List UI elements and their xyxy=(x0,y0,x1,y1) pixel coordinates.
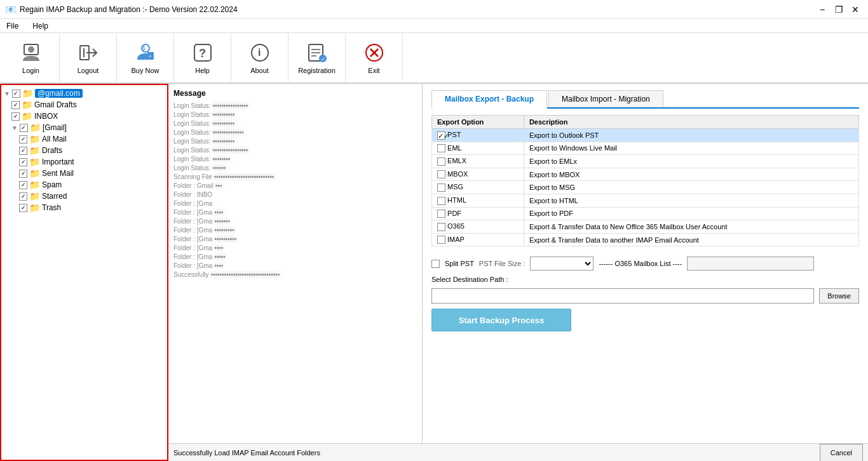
pst-file-size-dropdown[interactable]: 500 MB 1 GB 2 GB xyxy=(530,257,593,271)
eml-checkbox[interactable] xyxy=(437,144,445,152)
cancel-button[interactable]: Cancel xyxy=(820,444,863,462)
tree-drafts[interactable]: 📁 Drafts xyxy=(19,145,165,156)
start-backup-button[interactable]: Start Backup Process xyxy=(431,309,571,331)
minimize-button[interactable]: − xyxy=(815,3,830,16)
destination-path-row: Select Destination Path : xyxy=(431,276,859,283)
tree-sentmail[interactable]: 📁 Sent Mail xyxy=(19,168,165,179)
log-line: Folder : [Gma •••• xyxy=(173,262,417,269)
app-title: Regain IMAP Backup and Migration :- Demo… xyxy=(20,5,238,14)
spam-checkbox[interactable] xyxy=(19,181,27,189)
title-bar-right: − ❐ ✕ xyxy=(815,3,863,16)
tab-export[interactable]: Mailbox Export - Backup xyxy=(431,90,547,109)
tree-inbox[interactable]: 📁 INBOX xyxy=(11,110,165,122)
menu-help[interactable]: Help xyxy=(29,20,52,32)
log-line: Login Status: •••••••••• xyxy=(173,119,417,127)
table-row[interactable]: ✓ PST Export to Outlook PST xyxy=(432,129,859,142)
inbox-label: INBOX xyxy=(34,112,58,121)
log-line: Login Status: •••••••••• xyxy=(173,110,417,118)
table-row[interactable]: HTML Export to HTML xyxy=(432,194,859,207)
root-checkbox[interactable] xyxy=(12,90,20,98)
tree-gmail-drafts[interactable]: 📁 Gmail Drafts xyxy=(11,99,165,110)
html-checkbox[interactable] xyxy=(437,197,445,205)
gmail-checkbox[interactable] xyxy=(20,124,28,132)
imap-checkbox[interactable] xyxy=(437,236,445,244)
table-row[interactable]: PDF Export to PDF xyxy=(432,207,859,220)
trash-checkbox[interactable] xyxy=(19,204,27,212)
log-line: Login Status: •••••••••••••••• xyxy=(173,102,417,109)
tree-starred[interactable]: 📁 Starred xyxy=(19,190,165,202)
o365-mailbox-label: ------ O365 Mailbox List ---- xyxy=(599,260,682,267)
drafts-checkbox[interactable] xyxy=(19,147,27,155)
starred-checkbox[interactable] xyxy=(19,192,27,201)
log-line: Folder : [Gma ••••••••• xyxy=(173,226,417,234)
about-button[interactable]: i About xyxy=(231,34,288,82)
svg-text:?: ? xyxy=(199,47,206,60)
gmail-drafts-label: Gmail Drafts xyxy=(34,100,77,109)
log-line: Scanning File ••••••••••••••••••••••••••… xyxy=(173,173,417,180)
menu-file[interactable]: File xyxy=(3,20,22,32)
help-label: Help xyxy=(195,67,210,74)
tree-gmail[interactable]: ▼ 📁 [Gmail] xyxy=(11,122,165,133)
o365-mailbox-input[interactable] xyxy=(687,257,814,271)
exit-label: Exit xyxy=(368,67,379,74)
destination-path-input[interactable] xyxy=(431,288,814,304)
help-button[interactable]: ? Help xyxy=(174,34,231,82)
buynow-button[interactable]: $ + Buy Now xyxy=(117,34,174,82)
table-row[interactable]: O365 Export & Transfer Data to New Offic… xyxy=(432,220,859,234)
log-line: Successfully •••••••••••••••••••••••••••… xyxy=(173,271,417,278)
trash-icon: 📁 xyxy=(29,203,40,213)
log-line: Folder : [Gma •••••••••• xyxy=(173,235,417,243)
logout-icon xyxy=(77,41,100,64)
table-row[interactable]: IMAP Export & Transfer Data to another I… xyxy=(432,233,859,246)
svg-text:i: i xyxy=(258,47,261,58)
gmail-drafts-checkbox[interactable] xyxy=(11,101,20,109)
help-icon: ? xyxy=(191,41,214,64)
table-row[interactable]: MBOX Export to MBOX xyxy=(432,168,859,181)
toolbar: Login Logout $ + Buy Now xyxy=(0,33,868,84)
pdf-description: Export to PDF xyxy=(524,207,858,220)
logout-button[interactable]: Logout xyxy=(60,34,117,82)
tree-allmail[interactable]: 📁 All Mail xyxy=(19,133,165,145)
browse-button[interactable]: Browse xyxy=(819,288,859,304)
allmail-label: All Mail xyxy=(42,135,67,144)
important-label: Important xyxy=(42,157,74,166)
mbox-checkbox[interactable] xyxy=(437,170,445,178)
split-pst-row: Split PST PST File Size : 500 MB 1 GB 2 … xyxy=(431,257,859,271)
starred-icon: 📁 xyxy=(29,191,40,201)
log-line: Login Status: •••••• xyxy=(173,164,417,171)
title-bar-left: 📧 Regain IMAP Backup and Migration :- De… xyxy=(5,4,238,15)
status-bar: Successfully Load IMAP Email Account Fol… xyxy=(168,443,868,461)
tree-spam[interactable]: 📁 Spam xyxy=(19,179,165,190)
table-row[interactable]: EMLX Export to EMLx xyxy=(432,155,859,168)
tree-trash[interactable]: 📁 Trash xyxy=(19,202,165,213)
sentmail-checkbox[interactable] xyxy=(19,170,27,178)
login-label: Login xyxy=(22,67,39,74)
table-row[interactable]: EML Export to Windows Live Mail xyxy=(432,142,859,155)
tab-import[interactable]: Mailbox Import - Migration xyxy=(548,90,663,107)
split-pst-checkbox[interactable] xyxy=(431,260,440,268)
close-button[interactable]: ✕ xyxy=(848,3,863,16)
allmail-checkbox[interactable] xyxy=(19,135,27,144)
log-line: Login Status: •••••••••••••••• xyxy=(173,146,417,154)
message-panel-title: Message xyxy=(173,89,417,98)
o365-checkbox[interactable] xyxy=(437,223,445,231)
destination-path-label: Select Destination Path : xyxy=(431,276,508,283)
tab-bar: Mailbox Export - Backup Mailbox Import -… xyxy=(431,90,859,109)
log-line: Login Status: •••••••• xyxy=(173,155,417,163)
important-checkbox[interactable] xyxy=(19,158,27,166)
tree-important[interactable]: 📁 Important xyxy=(19,156,165,168)
table-row[interactable]: MSG Export to MSG xyxy=(432,181,859,194)
drafts-label: Drafts xyxy=(42,146,62,155)
tree-root[interactable]: ▼ 📁 @gmail.com xyxy=(4,88,165,99)
login-icon xyxy=(20,41,43,64)
emlx-checkbox[interactable] xyxy=(437,157,445,166)
login-button[interactable]: Login xyxy=(3,34,60,82)
msg-checkbox[interactable] xyxy=(437,184,445,192)
pst-checkbox[interactable]: ✓ xyxy=(437,131,445,140)
root-folder-icon: 📁 xyxy=(22,88,33,98)
inbox-checkbox[interactable] xyxy=(11,112,20,121)
restore-button[interactable]: ❐ xyxy=(831,3,846,16)
exit-button[interactable]: Exit xyxy=(346,34,403,82)
registration-button[interactable]: ✓ Registration xyxy=(288,34,346,82)
pdf-checkbox[interactable] xyxy=(437,210,445,218)
